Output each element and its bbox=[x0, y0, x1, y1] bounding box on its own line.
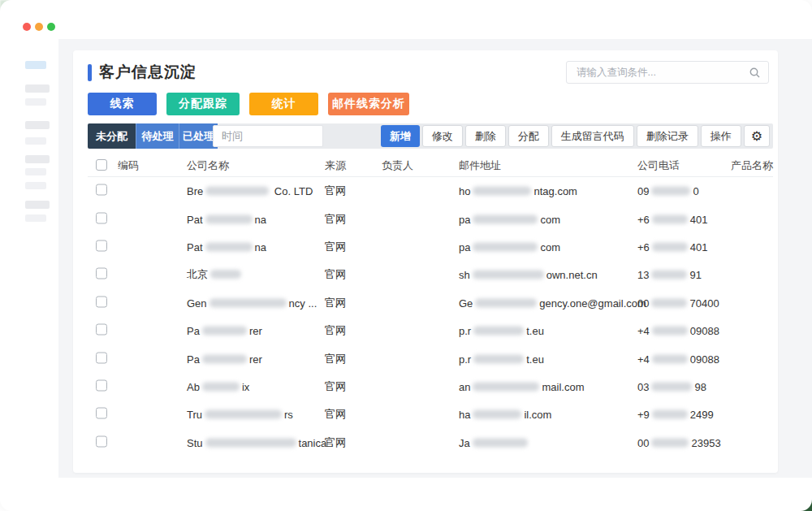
company-name-cell: Stutanica bbox=[187, 436, 326, 448]
column-header-3: 来源 bbox=[325, 154, 346, 177]
email-cell: Ja bbox=[459, 436, 530, 448]
row-checkbox[interactable] bbox=[96, 240, 107, 251]
phone-cell: 0398 bbox=[637, 380, 706, 392]
company-name-cell: Trurs bbox=[187, 409, 293, 421]
redacted-blur bbox=[473, 327, 524, 336]
table-row[interactable]: Patna官网pacom+6401 bbox=[88, 233, 773, 261]
search-input[interactable] bbox=[567, 67, 749, 78]
row-checkbox[interactable] bbox=[96, 435, 107, 447]
select-all-checkbox[interactable] bbox=[96, 159, 107, 171]
screenshot-stage: 客户信息沉淀 线索分配跟踪统计邮件线索分析 未分配待处理已处理 bbox=[0, 0, 812, 511]
window-controls bbox=[23, 23, 55, 31]
redacted-blur bbox=[651, 298, 687, 307]
date-filter[interactable] bbox=[213, 125, 323, 147]
company-name-cell: Abix bbox=[187, 380, 249, 392]
search-icon bbox=[749, 67, 760, 78]
toolbar-button-4[interactable]: 生成留言代码 bbox=[551, 125, 634, 147]
company-name-cell: Bre Co. LTD bbox=[187, 185, 313, 197]
column-header-1: 编码 bbox=[118, 154, 139, 177]
table-row[interactable]: Abix官网anmail.com0398 bbox=[88, 373, 773, 401]
row-checkbox[interactable] bbox=[96, 324, 107, 336]
company-name-cell: Parer bbox=[187, 353, 262, 365]
source-cell: 官网 bbox=[325, 212, 346, 227]
redacted-blur bbox=[652, 242, 688, 251]
main-panel: 客户信息沉淀 线索分配跟踪统计邮件线索分析 未分配待处理已处理 bbox=[73, 50, 778, 473]
email-cell: shown.net.cn bbox=[459, 269, 598, 281]
nav-button-4[interactable]: 邮件线索分析 bbox=[328, 93, 409, 115]
toolbar-button-2[interactable]: 删除 bbox=[465, 125, 506, 147]
add-button[interactable]: 新增 bbox=[381, 125, 420, 147]
zoom-button[interactable] bbox=[47, 23, 55, 31]
source-cell: 官网 bbox=[325, 267, 346, 282]
email-cell: anmail.com bbox=[459, 380, 584, 392]
row-checkbox[interactable] bbox=[96, 212, 107, 223]
status-tab-3[interactable]: 已处理 bbox=[179, 123, 218, 149]
redacted-blur bbox=[651, 382, 692, 391]
company-name-cell: Genncy .... bbox=[187, 297, 338, 309]
phone-cell: +409088 bbox=[637, 353, 719, 365]
toolbar-button-1[interactable]: 修改 bbox=[422, 125, 463, 147]
source-cell: 官网 bbox=[325, 435, 346, 450]
status-segmented-control: 未分配待处理已处理 bbox=[88, 123, 218, 149]
column-header-2: 公司名称 bbox=[187, 154, 229, 177]
email-cell: p.rt.eu bbox=[459, 325, 544, 337]
source-cell: 官网 bbox=[325, 323, 346, 338]
company-name-cell: Parer bbox=[187, 325, 262, 337]
table-row[interactable]: Bre Co. LTD官网hontag.com090 bbox=[88, 177, 773, 205]
page-header: 客户信息沉淀 bbox=[88, 62, 197, 83]
table-row[interactable]: Parer官网p.rt.eu+409088 bbox=[88, 344, 773, 372]
sidebar-skeleton-bar bbox=[25, 98, 46, 106]
redacted-blur bbox=[652, 410, 688, 419]
row-checkbox[interactable] bbox=[96, 379, 107, 391]
phone-cell: 1391 bbox=[637, 269, 702, 281]
sidebar-skeleton-bar bbox=[25, 182, 46, 189]
table-row[interactable]: 北京官网shown.net.cn1391 bbox=[88, 261, 773, 288]
toolbar-button-3[interactable]: 分配 bbox=[508, 125, 549, 147]
row-checkbox[interactable] bbox=[96, 352, 107, 363]
redacted-blur bbox=[473, 382, 539, 391]
row-checkbox[interactable] bbox=[96, 268, 107, 279]
search-box[interactable] bbox=[566, 61, 769, 84]
row-checkbox[interactable] bbox=[96, 184, 107, 196]
source-cell: 官网 bbox=[325, 379, 346, 394]
date-input[interactable] bbox=[214, 130, 369, 142]
table-row[interactable]: Patna官网pacom+6401 bbox=[88, 205, 773, 232]
redacted-blur bbox=[473, 242, 538, 251]
email-cell: pacom bbox=[459, 240, 560, 253]
redacted-blur bbox=[473, 187, 531, 196]
table-row[interactable]: Genncy ....官网Gegency.one@gmail.com007040… bbox=[88, 289, 773, 317]
status-tab-1[interactable]: 未分配 bbox=[88, 123, 136, 149]
redacted-blur bbox=[205, 410, 282, 419]
action-button-group: 新增修改删除分配生成留言代码删除记录操作⚙ bbox=[381, 125, 770, 147]
table-row[interactable]: Stutanica官网Ja0023953 bbox=[88, 429, 773, 457]
redacted-blur bbox=[202, 382, 240, 391]
email-cell: hontag.com bbox=[459, 185, 577, 197]
sidebar-skeleton-bar bbox=[25, 61, 46, 69]
source-cell: 官网 bbox=[325, 240, 346, 254]
row-checkbox[interactable] bbox=[96, 296, 107, 307]
nav-button-2[interactable]: 分配跟踪 bbox=[166, 93, 240, 115]
gear-icon[interactable]: ⚙ bbox=[744, 125, 770, 147]
redacted-blur bbox=[202, 354, 247, 363]
sidebar-skeleton-bar bbox=[25, 214, 46, 222]
row-checkbox[interactable] bbox=[96, 408, 107, 419]
nav-button-3[interactable]: 统计 bbox=[249, 93, 318, 115]
close-button[interactable] bbox=[23, 23, 31, 31]
redacted-blur bbox=[209, 298, 287, 307]
redacted-blur bbox=[475, 298, 537, 307]
redacted-blur bbox=[205, 187, 269, 196]
redacted-blur bbox=[651, 438, 689, 447]
minimize-button[interactable] bbox=[35, 23, 43, 31]
column-header-7: 产品名称 bbox=[731, 154, 773, 177]
toolbar-button-6[interactable]: 操作 bbox=[701, 125, 741, 147]
toolbar-button-5[interactable]: 删除记录 bbox=[637, 125, 698, 147]
column-header-4: 负责人 bbox=[382, 154, 413, 177]
status-tab-2[interactable]: 待处理 bbox=[136, 123, 179, 149]
table-row[interactable]: Parer官网p.rt.eu+409088 bbox=[88, 317, 773, 344]
redacted-blur bbox=[473, 438, 528, 447]
phone-cell: +6401 bbox=[637, 240, 708, 253]
nav-button-1[interactable]: 线索 bbox=[88, 93, 157, 115]
source-cell: 官网 bbox=[325, 352, 346, 366]
redacted-blur bbox=[652, 354, 688, 363]
table-row[interactable]: Trurs官网hail.com+92499 bbox=[88, 401, 773, 428]
